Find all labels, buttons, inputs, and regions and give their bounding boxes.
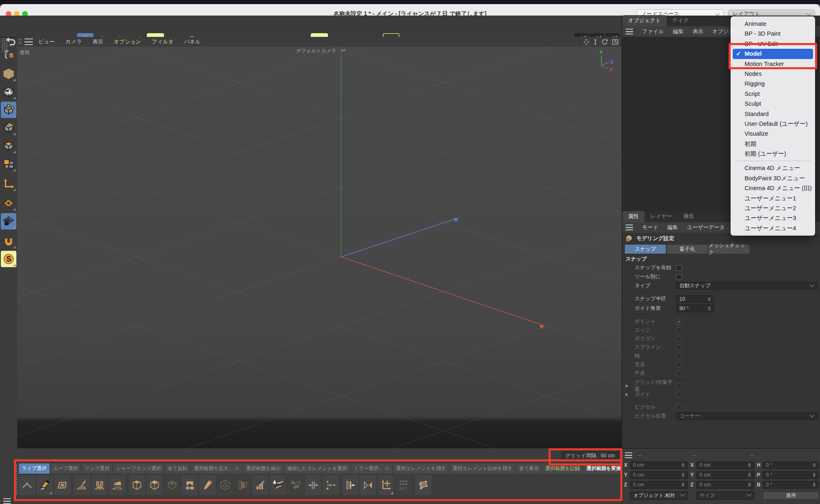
menu-item-c4d-menu-old[interactable]: Cinema 4D メニュー (旧) <box>731 183 815 193</box>
attr-menu-userdata[interactable]: ユーザーデータ <box>687 224 725 231</box>
viewport-canvas[interactable]: 透視 デフォルトカメラ Y Z X <box>17 47 622 448</box>
viewport-menu-display[interactable]: 表示 <box>93 38 103 45</box>
iron-tool[interactable] <box>109 475 125 495</box>
spread-points-tool[interactable] <box>323 475 339 495</box>
om-menu-view[interactable]: 表示 <box>692 28 703 35</box>
viewport-menu-panel[interactable]: パネル <box>184 38 200 45</box>
attr-menu-edit[interactable]: 編集 <box>667 224 678 231</box>
fit-circle-tool[interactable] <box>415 475 431 495</box>
menu-item-bp-uv-edit[interactable]: BP - UV Edit <box>731 39 815 49</box>
snap-settings-button[interactable]: S <box>1 251 16 267</box>
extrude-tool[interactable] <box>146 475 163 495</box>
spline-snap-checkbox[interactable] <box>676 345 682 350</box>
menu-item-script[interactable]: Script <box>731 89 815 99</box>
snap-enable-checkbox[interactable] <box>676 265 682 271</box>
om-menu-edit[interactable]: 編集 <box>673 28 683 35</box>
plane-cut-tool[interactable] <box>54 475 71 495</box>
menu-item-user-menu-2[interactable]: ユーザーメニュー2 <box>731 203 815 213</box>
texture-mode-button[interactable] <box>1 84 16 100</box>
tweak-mode-button[interactable] <box>1 156 16 172</box>
position-y-input[interactable]: 0 cm <box>630 471 688 479</box>
per-tool-checkbox[interactable] <box>676 274 682 280</box>
viewport-corner-icons[interactable] <box>583 39 619 45</box>
tab-attributes[interactable]: 属性 <box>622 211 645 222</box>
loop-selection-command[interactable]: ループ選択 <box>50 463 81 474</box>
snap-radius-input[interactable]: 10 <box>676 295 714 303</box>
hamburger-menu-icon[interactable] <box>626 29 633 34</box>
workplane-button[interactable] <box>1 195 16 211</box>
axis-gizmo[interactable]: Y Z X <box>591 49 616 72</box>
viewport-menu-options[interactable]: オプション <box>114 38 141 45</box>
expand-arrow-icon[interactable] <box>626 384 628 388</box>
rotation-h-input[interactable]: 0 ° <box>763 461 819 469</box>
tab-structure[interactable]: 構造 <box>678 211 700 222</box>
camera-dots-icon[interactable] <box>340 49 346 53</box>
mirror-tool[interactable] <box>342 475 359 495</box>
viewport-menu-drag-handle[interactable] <box>18 39 22 45</box>
shrink-selection-command[interactable]: 選択範囲を縮小 <box>243 463 283 474</box>
menu-item-user-menu-1[interactable]: ユーザーメニュー1 <box>731 193 815 203</box>
sharp-edge-selection-command[interactable]: シャープエッジ選択 <box>113 463 164 474</box>
set-point-value-tool[interactable]: XYZ <box>395 475 412 495</box>
om-menu-file[interactable]: ファイル <box>642 28 664 35</box>
position-z-input[interactable]: 0 cm <box>630 481 688 489</box>
make-editable-button[interactable] <box>1 45 16 64</box>
menu-item-user-menu-4[interactable]: ユーザーメニュー4 <box>731 223 815 233</box>
guide-angle-input[interactable]: 90 ° <box>676 304 714 312</box>
tab-layers[interactable]: レイヤー <box>645 211 678 222</box>
grow-selection-command[interactable]: 選択範囲を拡大...⚙ <box>191 463 242 474</box>
tab-quantize[interactable]: 量子化 <box>667 245 708 254</box>
rotation-b-input[interactable]: 0 ° <box>763 481 819 489</box>
inner-extrude-tool[interactable] <box>164 475 180 495</box>
invert-all-command[interactable]: 全て反転 <box>165 463 190 474</box>
grid-workplane-checkbox[interactable] <box>676 383 682 389</box>
menu-item-initial[interactable]: 初期 <box>731 139 815 149</box>
menu-item-standard[interactable]: Standard <box>731 109 815 119</box>
lock-workplane-button[interactable] <box>1 213 16 229</box>
polygon-pen-tool[interactable] <box>36 475 53 495</box>
edges-mode-button[interactable] <box>1 120 16 136</box>
points-mode-button[interactable] <box>1 102 16 118</box>
tab-mesh-check[interactable]: メッシュチェック <box>708 245 749 254</box>
menu-item-c4d-menu[interactable]: Cinema 4D メニュー <box>731 163 815 173</box>
point-snap-checkbox[interactable] <box>676 319 682 325</box>
knife-tool[interactable] <box>199 475 216 495</box>
viewport-menu-filter[interactable]: フィルタ <box>152 38 173 45</box>
set-selection-command[interactable]: 選択範囲を記録 <box>542 463 583 474</box>
convert-selection-command[interactable]: 選択範囲を変換 <box>583 463 624 474</box>
viewport-menu-camera[interactable]: カメラ <box>66 38 82 45</box>
normal-move-tool[interactable] <box>252 475 269 495</box>
polygons-mode-button[interactable] <box>1 138 16 154</box>
flip-tool[interactable] <box>360 475 376 495</box>
brush-tool[interactable] <box>74 475 90 495</box>
ring-selection-command[interactable]: リング選択 <box>82 463 112 474</box>
enable-snap-button[interactable] <box>1 233 16 249</box>
tab-snap[interactable]: スナップ <box>625 245 666 254</box>
axis-move-tool[interactable] <box>378 475 394 495</box>
polygon-snap-checkbox[interactable] <box>676 336 682 342</box>
project-tool[interactable] <box>270 475 286 495</box>
coordinate-mode-dropdown[interactable]: オブジェクト:相対 <box>630 491 688 500</box>
size-x-input[interactable]: 0 cm <box>696 461 754 469</box>
pixel-checkbox[interactable] <box>676 404 682 410</box>
edge-snap-checkbox[interactable] <box>676 327 682 333</box>
enable-axis-button[interactable] <box>1 175 16 192</box>
bottom-left-menu-icon[interactable] <box>3 498 11 504</box>
bridge-tool[interactable] <box>182 475 198 495</box>
drop-to-surface-tool[interactable] <box>287 475 304 495</box>
menu-item-initial-user[interactable]: 初期 (ユーザー) <box>731 149 815 159</box>
size-y-input[interactable]: 0 cm <box>696 471 754 479</box>
hamburger-menu-icon[interactable] <box>25 39 33 45</box>
expand-arrow-icon[interactable] <box>626 393 628 396</box>
menu-item-model[interactable]: ✓Model <box>733 49 813 59</box>
rotation-p-input[interactable]: 0 ° <box>763 471 819 479</box>
snap-type-dropdown[interactable]: 自動スナップ <box>676 282 818 290</box>
hamburger-menu-icon[interactable] <box>625 452 632 458</box>
position-x-input[interactable]: 0 cm <box>630 461 688 469</box>
menu-item-user-default[interactable]: User-Default (ユーザー) <box>731 119 815 129</box>
hide-selected-command[interactable]: 選択エレメントを隠す <box>393 463 449 474</box>
intersection-snap-checkbox[interactable] <box>676 362 682 368</box>
smooth-shift-tool[interactable] <box>235 475 251 495</box>
live-selection-command[interactable]: ライブ選択 <box>19 463 50 474</box>
palette-drag-handle[interactable] <box>16 464 18 495</box>
